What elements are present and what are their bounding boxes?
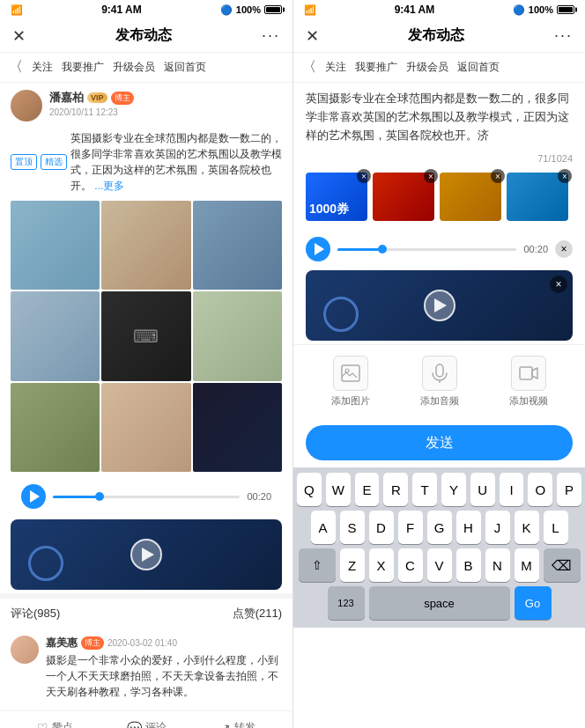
key-j[interactable]: J (485, 511, 510, 544)
char-count: 71/1024 (293, 151, 585, 165)
page-title-left: 发布动态 (115, 26, 172, 45)
nav-item-follow[interactable]: 关注 (32, 60, 53, 75)
key-p[interactable]: P (557, 473, 581, 506)
comments-header: 评论(985) 点赞(211) (0, 593, 292, 629)
key-b[interactable]: B (456, 548, 481, 582)
play-button-right[interactable] (306, 237, 330, 261)
key-l[interactable]: L (544, 511, 568, 544)
nav-item-home-r[interactable]: 返回首页 (457, 60, 500, 75)
nav-item-follow-r[interactable]: 关注 (325, 60, 346, 75)
key-shift[interactable]: ⇧ (299, 548, 336, 582)
send-button[interactable]: 发送 (306, 425, 573, 460)
strip-image-2[interactable]: × (373, 173, 434, 221)
key-v[interactable]: V (427, 548, 452, 582)
more-link[interactable]: ...更多 (94, 180, 124, 192)
strip-remove-3[interactable]: × (491, 169, 505, 183)
image-grid: ⌨ (11, 201, 282, 472)
nav-item-home[interactable]: 返回首页 (164, 60, 206, 75)
key-o[interactable]: O (528, 473, 552, 506)
video-thumbnail-right[interactable]: × (306, 270, 573, 341)
key-e[interactable]: E (355, 473, 380, 506)
add-image-button[interactable]: 添加图片 (331, 356, 370, 408)
nav-item-promote[interactable]: 我要推广 (62, 60, 104, 75)
key-q[interactable]: Q (297, 473, 322, 506)
likes-title[interactable]: 点赞(211) (233, 606, 282, 621)
audio-progress-left[interactable] (53, 496, 240, 498)
key-w[interactable]: W (326, 473, 351, 506)
nav-item-vip-r[interactable]: 升级会员 (406, 60, 448, 75)
nav-item-vip[interactable]: 升级会员 (113, 60, 155, 75)
key-z[interactable]: Z (340, 548, 365, 582)
add-audio-button[interactable]: 添加音频 (420, 356, 459, 408)
key-r[interactable]: R (383, 473, 408, 506)
grid-image-1[interactable] (11, 201, 100, 290)
key-go[interactable]: Go (515, 586, 552, 620)
grid-image-2[interactable] (101, 201, 190, 290)
video-play-button[interactable] (130, 539, 162, 570)
text-content-area[interactable]: 英国摄影专业在全球范围内都是数一数二的，很多同学非常喜欢英国的艺术氛围以及教学模… (293, 83, 585, 151)
play-button-left[interactable] (21, 484, 46, 509)
strip-image-3[interactable]: × (440, 173, 501, 221)
time-right: 9:41 AM (395, 4, 435, 16)
more-button-right[interactable]: ··· (554, 26, 573, 45)
video-play-right[interactable] (424, 290, 455, 321)
grid-image-5[interactable]: ⌨ (101, 291, 190, 380)
like-label: 赞点 (52, 720, 73, 728)
add-video-button[interactable]: 添加视频 (509, 356, 548, 408)
grid-image-7[interactable] (11, 383, 100, 472)
key-123[interactable]: 123 (328, 586, 365, 620)
strip-remove-2[interactable]: × (424, 169, 438, 183)
tag-sticky: 置顶 (11, 154, 37, 170)
key-d[interactable]: D (369, 511, 394, 544)
key-s[interactable]: S (340, 511, 365, 544)
audio-progress-right[interactable] (337, 248, 516, 251)
keyboard-row-2: A S D F G H J K L (297, 511, 581, 544)
action-like[interactable]: ♡ 赞点 (37, 720, 73, 728)
nav-item-promote-r[interactable]: 我要推广 (355, 60, 397, 75)
comments-title[interactable]: 评论(985) (11, 606, 60, 621)
strip-remove-4[interactable]: × (558, 169, 572, 183)
action-comment[interactable]: 💬 评论 (127, 720, 167, 728)
key-u[interactable]: U (470, 473, 495, 506)
audio-remove-button[interactable]: × (555, 240, 573, 258)
key-x[interactable]: X (369, 548, 394, 582)
image-strip: 1000券 × × × × (293, 165, 585, 228)
key-k[interactable]: K (515, 511, 539, 544)
nav-back-right[interactable]: 〈 (302, 58, 316, 77)
nav-bar-left: 〈 关注 我要推广 升级会员 返回首页 (0, 53, 292, 83)
grid-image-4[interactable] (11, 291, 100, 380)
key-t[interactable]: T (412, 473, 437, 506)
key-g[interactable]: G (427, 511, 452, 544)
key-h[interactable]: H (456, 511, 481, 544)
status-right-right: 🔵 100% (513, 4, 574, 16)
close-button-left[interactable]: ✕ (12, 26, 26, 46)
action-share[interactable]: ↗ 转发 (220, 720, 255, 728)
key-i[interactable]: I (500, 473, 524, 506)
video-thumbnail-left[interactable] (11, 519, 282, 590)
grid-image-8[interactable] (101, 383, 190, 472)
page-title-right: 发布动态 (408, 26, 464, 45)
media-add-bar: 添加图片 添加音频 添加视频 (293, 344, 585, 418)
comment-label: 评论 (145, 720, 167, 728)
key-y[interactable]: Y (441, 473, 466, 506)
strip-image-1[interactable]: 1000券 × (306, 173, 367, 221)
key-n[interactable]: N (485, 548, 510, 582)
key-space[interactable]: space (369, 586, 510, 620)
nav-back-left[interactable]: 〈 (9, 58, 23, 77)
key-c[interactable]: C (398, 548, 423, 582)
more-button-left[interactable]: ··· (262, 26, 280, 45)
key-f[interactable]: F (398, 511, 423, 544)
grid-image-3[interactable] (193, 201, 282, 290)
bluetooth-icon: 🔵 (220, 4, 233, 16)
keyboard-row-3: ⇧ Z X C V B N M ⌫ (297, 548, 581, 582)
vip-badge: VIP (87, 92, 107, 103)
key-delete[interactable]: ⌫ (544, 548, 581, 582)
close-button-right[interactable]: ✕ (306, 26, 319, 46)
grid-image-6[interactable] (193, 291, 282, 380)
video-remove-button[interactable]: × (550, 276, 567, 293)
key-m[interactable]: M (515, 548, 539, 582)
grid-image-9[interactable] (193, 383, 282, 472)
strip-remove-1[interactable]: × (357, 169, 371, 183)
strip-image-4[interactable]: × (507, 173, 568, 221)
key-a[interactable]: A (311, 511, 336, 544)
